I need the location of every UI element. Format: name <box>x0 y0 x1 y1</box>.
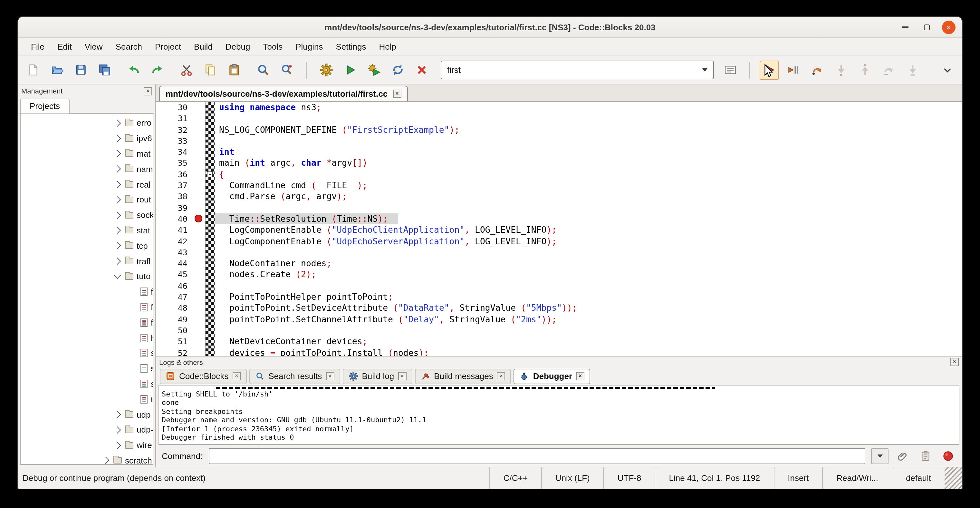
project-tree[interactable]: erroipv6matnamrealroutsockstattcptrafltu… <box>20 113 153 465</box>
tree-item-six[interactable]: six <box>21 376 153 392</box>
breakpoint-margin[interactable] <box>193 347 205 356</box>
breakpoint-margin[interactable] <box>193 225 205 236</box>
breakpoint-margin[interactable] <box>193 236 205 247</box>
menu-tools[interactable]: Tools <box>256 39 289 54</box>
breakpoint-icon[interactable] <box>194 215 202 223</box>
run-button[interactable] <box>340 60 360 80</box>
menu-edit[interactable]: Edit <box>51 39 78 54</box>
maximize-button[interactable] <box>920 20 934 34</box>
title-bar[interactable]: mnt/dev/tools/source/ns-3-dev/examples/t… <box>18 17 962 38</box>
next-instruction-button[interactable] <box>879 60 898 80</box>
log-tab-close-button[interactable]: × <box>497 372 506 381</box>
tree-item-fir[interactable]: fir <box>21 299 153 315</box>
build-target-combo[interactable]: first <box>441 61 714 79</box>
tree-item-he[interactable]: he <box>21 330 153 346</box>
run-to-cursor-button[interactable] <box>783 60 803 80</box>
tree-item-tcp[interactable]: tcp <box>21 238 153 254</box>
tree-item-stat[interactable]: stat <box>21 223 153 238</box>
tree-item-udp[interactable]: udp <box>21 407 153 422</box>
breakpoint-margin[interactable] <box>193 102 205 113</box>
tree-item-fo[interactable]: fo <box>21 315 153 330</box>
next-line-button[interactable] <box>807 60 827 80</box>
expand-chevron-icon[interactable] <box>114 119 121 127</box>
breakpoint-margin[interactable] <box>193 336 205 347</box>
close-button[interactable]: × <box>942 20 956 34</box>
breakpoint-margin[interactable] <box>193 247 205 258</box>
log-tab-build-log[interactable]: Build log× <box>342 368 412 384</box>
editor-tab-close-button[interactable]: × <box>393 89 401 98</box>
tree-item-erro[interactable]: erro <box>21 115 153 131</box>
breakpoint-margin[interactable] <box>193 202 205 213</box>
tree-item-rout[interactable]: rout <box>21 192 153 208</box>
rebuild-button[interactable] <box>388 60 407 80</box>
menu-search[interactable]: Search <box>109 39 148 54</box>
copy-output-button[interactable] <box>917 447 934 464</box>
attach-button[interactable] <box>894 447 911 464</box>
expand-chevron-icon[interactable] <box>114 411 121 419</box>
redo-button[interactable] <box>148 60 167 80</box>
tree-item-sock[interactable]: sock <box>21 208 153 223</box>
tree-item-nam[interactable]: nam <box>21 161 153 177</box>
expand-chevron-icon[interactable] <box>114 150 121 158</box>
resize-grip[interactable] <box>945 467 962 489</box>
fold-marker-icon[interactable] <box>207 172 213 177</box>
tree-item-udp[interactable]: udp- <box>21 422 153 438</box>
build-button[interactable] <box>317 60 336 80</box>
copy-button[interactable] <box>200 60 220 80</box>
code-editor[interactable]: 30using namespace ns3;3132NS_LOG_COMPONE… <box>156 102 962 356</box>
step-into-button[interactable] <box>831 60 851 80</box>
breakpoint-margin[interactable] <box>193 124 205 135</box>
menu-view[interactable]: View <box>78 39 109 54</box>
step-out-button[interactable] <box>855 60 874 80</box>
menu-settings[interactable]: Settings <box>329 39 372 54</box>
save-all-button[interactable] <box>95 60 114 80</box>
step-into-instruction-button[interactable] <box>903 60 922 80</box>
expand-chevron-icon[interactable] <box>114 242 121 250</box>
expand-chevron-icon[interactable] <box>114 196 121 204</box>
menu-plugins[interactable]: Plugins <box>289 39 329 54</box>
log-tab-debugger[interactable]: Debugger× <box>514 368 590 384</box>
save-button[interactable] <box>71 60 90 80</box>
breakpoint-margin[interactable] <box>193 113 205 124</box>
tree-item-mat[interactable]: mat <box>21 146 153 161</box>
logs-close-button[interactable]: × <box>950 358 959 366</box>
log-tab-close-button[interactable]: × <box>576 372 584 381</box>
management-close-button[interactable]: × <box>144 87 152 95</box>
find-button[interactable] <box>253 60 272 80</box>
paste-button[interactable] <box>224 60 243 80</box>
breakpoint-margin[interactable] <box>193 169 205 180</box>
toolbar-overflow-button[interactable] <box>937 60 957 80</box>
breakpoint-margin[interactable] <box>193 135 205 147</box>
collapse-chevron-icon[interactable] <box>114 272 121 279</box>
breakpoint-margin[interactable] <box>193 314 205 325</box>
tree-item-se[interactable]: se <box>21 346 153 361</box>
tree-item-fif[interactable]: fif <box>21 284 153 300</box>
menu-help[interactable]: Help <box>372 39 403 54</box>
build-target-button[interactable] <box>720 60 740 80</box>
menu-project[interactable]: Project <box>148 39 188 54</box>
tree-item-tuto[interactable]: tuto <box>21 269 153 284</box>
breakpoint-margin[interactable] <box>193 191 205 202</box>
breakpoint-margin[interactable] <box>193 158 205 169</box>
log-tab-search-results[interactable]: Search results× <box>249 368 340 384</box>
expand-chevron-icon[interactable] <box>114 181 121 188</box>
expand-chevron-icon[interactable] <box>114 135 121 142</box>
expand-chevron-icon[interactable] <box>114 212 121 219</box>
command-input[interactable] <box>208 448 865 464</box>
tree-item-wire[interactable]: wire <box>21 437 153 453</box>
breakpoint-margin[interactable] <box>193 325 205 336</box>
breakpoint-margin[interactable] <box>193 291 205 303</box>
breakpoint-margin[interactable] <box>193 147 205 158</box>
build-and-run-button[interactable] <box>364 60 383 80</box>
replace-button[interactable] <box>277 60 296 80</box>
command-history-dropdown[interactable] <box>871 448 889 464</box>
tree-item-real[interactable]: real <box>21 177 153 192</box>
menu-build[interactable]: Build <box>188 39 219 54</box>
editor-tab-first-cc[interactable]: mnt/dev/tools/source/ns-3-dev/examples/t… <box>159 86 407 101</box>
tree-item-trafl[interactable]: trafl <box>21 253 153 269</box>
breakpoint-margin[interactable] <box>193 280 205 292</box>
new-file-button[interactable] <box>23 60 43 80</box>
log-tab-close-button[interactable]: × <box>326 372 334 381</box>
expand-chevron-icon[interactable] <box>102 457 110 465</box>
breakpoint-margin[interactable] <box>193 269 205 280</box>
